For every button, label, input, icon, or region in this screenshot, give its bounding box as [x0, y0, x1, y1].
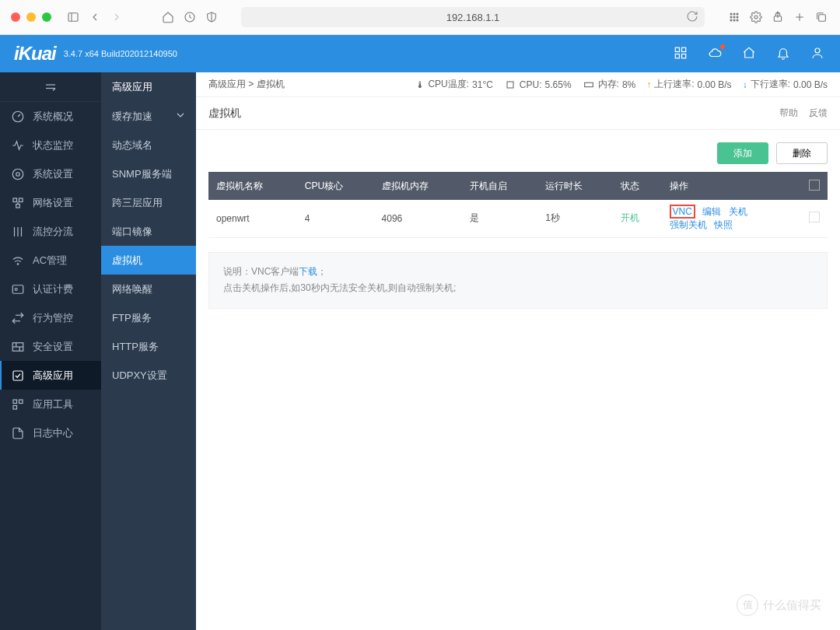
svg-point-27 [12, 169, 23, 180]
gear-icon [11, 167, 25, 181]
sidebar-item-auth[interactable]: 认证计费 [0, 275, 101, 303]
svg-rect-18 [675, 47, 679, 51]
cloud-icon[interactable] [708, 46, 723, 61]
delete-button[interactable]: 删除 [776, 142, 828, 164]
sidebar-collapse-icon[interactable] [0, 72, 101, 102]
close-window-icon[interactable] [11, 12, 20, 22]
cell-status: 开机 [613, 200, 662, 237]
sub-item-mirror[interactable]: 端口镜像 [101, 217, 196, 246]
user-icon[interactable] [810, 46, 826, 61]
action-force[interactable]: 强制关机 [670, 219, 707, 232]
add-button[interactable]: 添加 [717, 142, 768, 164]
action-vnc[interactable]: VNC [670, 205, 695, 219]
logo: iKuai [14, 43, 56, 65]
tabs-icon[interactable] [814, 9, 829, 25]
sidebar-item-advanced[interactable]: 高级应用 [0, 361, 101, 390]
svg-rect-36 [12, 285, 23, 293]
forward-icon[interactable] [109, 9, 124, 25]
gauge-icon [11, 110, 25, 124]
help-link[interactable]: 帮助 [779, 107, 798, 120]
vm-table: 虚拟机名称 CPU核心 虚拟机内存 开机自启 运行时长 状态 操作 openwr… [208, 172, 828, 238]
sub-sidebar: 高级应用 缓存加速 动态域名 SNMP服务端 跨三层应用 端口镜像 虚拟机 网络… [101, 72, 196, 630]
stat-up: ↑ 上行速率: 0.00 B/s [646, 78, 731, 91]
feedback-link[interactable]: 反馈 [809, 107, 828, 120]
breadcrumb: 高级应用 > 虚拟机 [208, 78, 285, 91]
svg-rect-0 [68, 13, 78, 22]
sub-item-vm[interactable]: 虚拟机 [101, 246, 196, 275]
sliders-icon [11, 225, 25, 239]
action-shutdown[interactable]: 关机 [729, 205, 747, 219]
download-link[interactable]: 下载 [299, 266, 317, 277]
grid-apps-icon[interactable] [726, 9, 742, 25]
svg-rect-46 [19, 400, 23, 404]
svg-point-6 [730, 16, 732, 18]
stat-down: ↓ 下行速率: 0.00 B/s [743, 78, 828, 91]
sidebar-toggle-icon[interactable] [65, 9, 81, 25]
minimize-window-icon[interactable] [26, 12, 36, 22]
home-icon[interactable] [160, 9, 176, 25]
sidebar-item-tools[interactable]: 应用工具 [0, 390, 101, 418]
col-autostart: 开机自启 [462, 172, 537, 200]
svg-rect-49 [584, 82, 593, 86]
svg-point-10 [733, 19, 735, 21]
svg-point-26 [16, 172, 20, 176]
sub-item-cache[interactable]: 缓存加速 [101, 102, 196, 131]
col-actions: 操作 [662, 172, 801, 200]
cell-autostart: 是 [462, 200, 537, 237]
sub-item-http[interactable]: HTTP服务 [101, 332, 196, 361]
svg-point-9 [730, 19, 732, 21]
sidebar-item-overview[interactable]: 系统概况 [0, 102, 101, 131]
sidebar-item-system[interactable]: 系统设置 [0, 159, 101, 188]
svg-point-35 [17, 263, 19, 264]
network-icon [11, 196, 25, 210]
action-snapshot[interactable]: 快照 [714, 219, 733, 232]
home-nav-icon[interactable] [742, 46, 758, 61]
address-bar[interactable]: 192.168.1.1 [241, 7, 705, 27]
sidebar-item-security[interactable]: 安全设置 [0, 332, 101, 361]
svg-rect-30 [16, 204, 20, 208]
page-title-bar: 虚拟机 帮助 反馈 [196, 97, 840, 130]
cell-actions: VNC 编辑 关机 强制关机 快照 [662, 200, 801, 237]
apps-icon[interactable] [674, 46, 689, 61]
bell-icon[interactable] [776, 46, 792, 61]
sub-item-ftp[interactable]: FTP服务 [101, 303, 196, 332]
col-uptime: 运行时长 [537, 172, 613, 200]
shield-icon[interactable] [204, 9, 219, 25]
sidebar-item-status[interactable]: 状态监控 [0, 131, 101, 159]
cell-name: openwrt [208, 200, 297, 237]
sub-item-ddns[interactable]: 动态域名 [101, 131, 196, 159]
svg-rect-47 [13, 405, 17, 409]
browser-toolbar: 192.168.1.1 [0, 0, 840, 35]
svg-point-22 [815, 48, 820, 53]
new-tab-icon[interactable] [792, 9, 807, 25]
sub-item-udpxy[interactable]: UDPXY设置 [101, 361, 196, 390]
svg-rect-20 [675, 54, 679, 58]
sub-item-snmp[interactable]: SNMP服务端 [101, 159, 196, 188]
col-memory: 虚拟机内存 [374, 172, 463, 200]
share-icon[interactable] [770, 9, 786, 25]
sidebar-item-flow[interactable]: 流控分流 [0, 217, 101, 246]
sidebar-item-behavior[interactable]: 行为管控 [0, 303, 101, 332]
svg-rect-17 [819, 15, 826, 22]
chevron-down-icon [174, 109, 187, 124]
select-all-checkbox[interactable] [809, 180, 820, 191]
sidebar-item-logs[interactable]: 日志中心 [0, 418, 101, 447]
version-text: 3.4.7 x64 Build202012140950 [64, 49, 177, 58]
back-icon[interactable] [87, 9, 103, 25]
main-content: 高级应用 > 虚拟机 🌡 CPU温度: 31°C CPU: 5.65% 内存: … [196, 72, 840, 630]
settings-icon[interactable] [748, 9, 764, 25]
sub-sidebar-title: 高级应用 [101, 72, 196, 102]
sidebar-item-network[interactable]: 网络设置 [0, 188, 101, 217]
sub-item-layer3[interactable]: 跨三层应用 [101, 188, 196, 217]
sidebar-item-ac[interactable]: AC管理 [0, 246, 101, 275]
maximize-window-icon[interactable] [42, 12, 51, 22]
svg-point-37 [15, 288, 17, 290]
check-square-icon [11, 369, 25, 383]
history-icon[interactable] [182, 9, 198, 25]
action-edit[interactable]: 编辑 [702, 205, 721, 219]
sub-item-wol[interactable]: 网络唤醒 [101, 275, 196, 303]
row-checkbox[interactable] [809, 212, 820, 222]
svg-point-12 [754, 16, 758, 19]
col-name: 虚拟机名称 [208, 172, 297, 200]
reload-icon[interactable] [686, 10, 698, 25]
